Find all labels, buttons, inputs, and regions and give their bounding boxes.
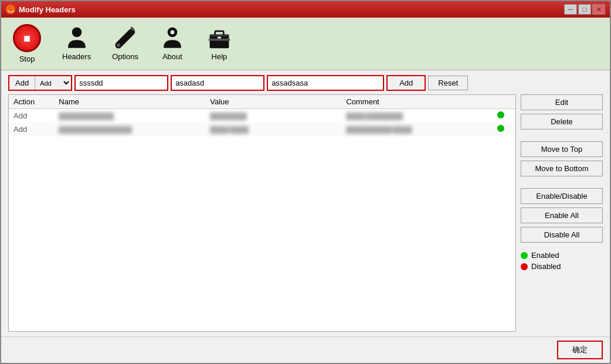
maximize-button[interactable]: □ bbox=[578, 4, 591, 15]
person-icon bbox=[65, 26, 89, 50]
title-bar: 🦊 Modify Headers ─ □ ✕ bbox=[1, 1, 610, 18]
toolbar-item-headers[interactable]: Headers bbox=[57, 24, 96, 63]
add-select-container: Add Add Filter Modify bbox=[8, 75, 72, 91]
bottom-bar: 确定 bbox=[1, 336, 610, 363]
table-container: Action Name Value Comment Add███████████… bbox=[8, 94, 516, 332]
action-dropdown[interactable]: Add Filter Modify bbox=[35, 76, 71, 90]
enabled-label: Enabled bbox=[531, 251, 559, 260]
minimize-button[interactable]: ─ bbox=[564, 4, 577, 15]
content-area: Add Add Filter Modify Add Reset Act bbox=[1, 70, 610, 336]
add-action-button[interactable]: Add bbox=[9, 76, 35, 90]
cell-value: ████████ bbox=[205, 109, 341, 123]
info-person-icon bbox=[161, 26, 184, 50]
briefcase-icon bbox=[208, 26, 231, 50]
cell-comment: ████ ████████ bbox=[341, 109, 493, 123]
toolbar-item-stop[interactable]: ■ Stop bbox=[8, 22, 46, 66]
cell-action: Add bbox=[9, 123, 54, 136]
svg-point-2 bbox=[117, 43, 120, 47]
col-header-comment: Comment bbox=[341, 95, 493, 109]
window-title: Modify Headers bbox=[19, 5, 76, 14]
name-input[interactable] bbox=[74, 75, 168, 91]
status-dot bbox=[497, 125, 504, 132]
disabled-dot bbox=[521, 263, 528, 270]
reset-button[interactable]: Reset bbox=[428, 76, 468, 90]
stop-icon: ■ bbox=[13, 24, 41, 52]
cell-comment: ██████████ ████ bbox=[341, 123, 493, 136]
edit-button[interactable]: Edit bbox=[521, 94, 603, 110]
help-label: Help bbox=[212, 52, 228, 61]
headers-label: Headers bbox=[62, 52, 91, 61]
svg-rect-8 bbox=[209, 39, 230, 41]
main-window: 🦊 Modify Headers ─ □ ✕ ■ Stop Headers bbox=[0, 0, 611, 364]
enable-disable-button[interactable]: Enable/Disable bbox=[521, 188, 603, 204]
spacer-2 bbox=[521, 180, 603, 185]
svg-point-0 bbox=[72, 28, 82, 38]
toolbar-item-help[interactable]: Help bbox=[202, 24, 237, 63]
add-button[interactable]: Add bbox=[386, 75, 426, 91]
toolbar: ■ Stop Headers Options bbox=[1, 18, 610, 70]
col-header-value: Value bbox=[205, 95, 341, 109]
firefox-icon: 🦊 bbox=[6, 5, 15, 14]
legend-enabled: Enabled bbox=[521, 251, 603, 260]
right-panel: Edit Delete Move to Top Move to Bottom E… bbox=[521, 94, 603, 332]
headers-table: Action Name Value Comment Add███████████… bbox=[9, 95, 515, 136]
table-row[interactable]: Add████████████████████████ ████████ bbox=[9, 109, 515, 123]
options-label: Options bbox=[112, 52, 138, 61]
move-to-top-button[interactable]: Move to Top bbox=[521, 141, 603, 157]
disabled-label: Disabled bbox=[531, 262, 561, 271]
table-row[interactable]: Add████████████████████ ██████████████ █… bbox=[9, 123, 515, 136]
close-button[interactable]: ✕ bbox=[592, 4, 605, 15]
table-header-row: Action Name Value Comment bbox=[9, 95, 515, 109]
col-header-status bbox=[493, 95, 515, 109]
cell-value: ████ ████ bbox=[205, 123, 341, 136]
delete-button[interactable]: Delete bbox=[521, 114, 603, 130]
main-content: Action Name Value Comment Add███████████… bbox=[8, 94, 603, 332]
cell-status bbox=[493, 123, 515, 136]
svg-rect-5 bbox=[171, 30, 173, 35]
about-label: About bbox=[162, 52, 182, 61]
cell-name: ████████████████ bbox=[54, 123, 205, 136]
window-controls: ─ □ ✕ bbox=[564, 4, 605, 15]
cell-action: Add bbox=[9, 109, 54, 123]
enabled-dot bbox=[521, 252, 528, 259]
legend-disabled: Disabled bbox=[521, 262, 603, 271]
move-to-bottom-button[interactable]: Move to Bottom bbox=[521, 161, 603, 176]
cell-name: ████████████ bbox=[54, 109, 205, 123]
status-dot bbox=[497, 111, 504, 118]
svg-rect-9 bbox=[210, 35, 229, 37]
comment-input[interactable] bbox=[267, 75, 384, 91]
confirm-button[interactable]: 确定 bbox=[557, 341, 603, 359]
title-bar-left: 🦊 Modify Headers bbox=[6, 5, 76, 14]
cell-status bbox=[493, 109, 515, 123]
disable-all-button[interactable]: Disable All bbox=[521, 227, 603, 243]
wrench-icon bbox=[114, 26, 137, 50]
enable-all-button[interactable]: Enable All bbox=[521, 207, 603, 223]
value-input[interactable] bbox=[171, 75, 264, 91]
spacer-1 bbox=[521, 133, 603, 138]
legend-area: Enabled Disabled bbox=[521, 251, 603, 271]
toolbar-item-options[interactable]: Options bbox=[107, 24, 143, 63]
col-header-action: Action bbox=[9, 95, 54, 109]
col-header-name: Name bbox=[54, 95, 205, 109]
toolbar-item-about[interactable]: About bbox=[155, 24, 190, 63]
stop-label: Stop bbox=[19, 55, 35, 63]
add-row: Add Add Filter Modify Add Reset bbox=[8, 75, 603, 91]
